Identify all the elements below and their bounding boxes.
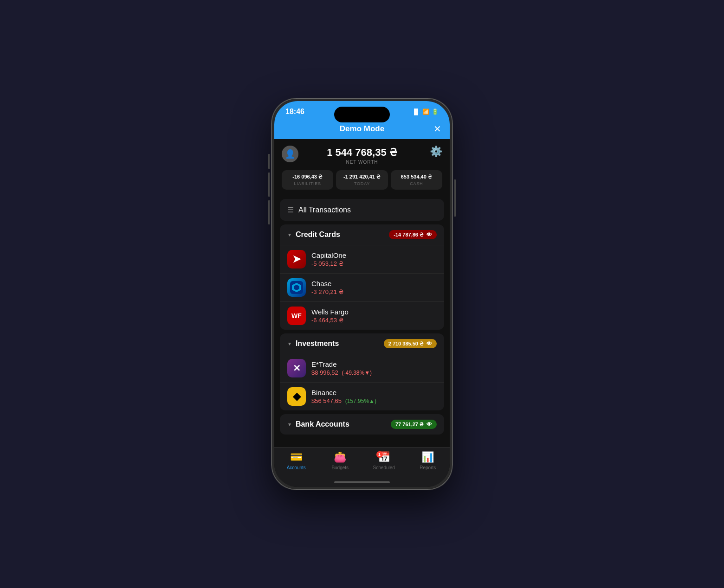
capitalOne-info: CapitalOne -5 053,12 ₴	[311, 251, 437, 267]
credit-cards-title-area: ▼ Credit Cards	[287, 230, 340, 239]
signal-icon: ▐▌	[412, 109, 420, 115]
cash-pill: 653 534,40 ₴ CASH	[391, 170, 442, 190]
list-icon: ☰	[287, 205, 294, 214]
avatar[interactable]: 👤	[282, 146, 298, 162]
etrade-logo: ✕	[287, 359, 306, 377]
credit-cards-badge-amount: -14 787,86 ₴	[394, 232, 424, 238]
investments-eye-icon: 👁	[427, 340, 432, 347]
binance-logo: ◆	[287, 387, 306, 406]
eye-icon: 👁	[427, 231, 432, 238]
bank-eye-icon: 👁	[427, 421, 432, 428]
bank-accounts-badge-amount: 77 761,27 ₴	[395, 422, 424, 428]
liabilities-pill: -16 096,43 ₴ LIABILITIES	[282, 170, 333, 190]
tab-budgets[interactable]: 👛 Budgets	[318, 451, 362, 470]
tab-accounts[interactable]: 💳 Accounts	[274, 451, 318, 470]
etrade-account[interactable]: ✕ E*Trade $8 996,52 (-49.38%▼)	[280, 354, 444, 382]
bank-accounts-title: Bank Accounts	[296, 420, 349, 428]
person-icon: 👤	[285, 149, 295, 159]
investments-group: ▼ Investments 2 710 385,50 ₴ 👁 ✕ E*Trade	[280, 333, 444, 410]
status-time: 18:46	[285, 108, 304, 116]
wifi-icon: 📶	[422, 109, 429, 115]
investments-badge-amount: 2 710 385,50 ₴	[388, 341, 424, 347]
accounts-tab-label: Accounts	[287, 465, 306, 470]
tab-reports[interactable]: 📊 Reports	[406, 451, 450, 470]
bank-collapse-icon: ▼	[287, 422, 292, 427]
reports-tab-label: Reports	[420, 465, 436, 470]
today-amount: -1 291 420,41 ₴	[339, 174, 385, 180]
credit-cards-header[interactable]: ▼ Credit Cards -14 787,86 ₴ 👁	[280, 224, 444, 245]
accounts-tab-icon: 💳	[290, 451, 303, 463]
demo-close-button[interactable]: ✕	[433, 123, 441, 134]
cash-amount: 653 534,40 ₴	[394, 174, 440, 180]
investments-header[interactable]: ▼ Investments 2 710 385,50 ₴ 👁	[280, 333, 444, 354]
investments-collapse-icon: ▼	[287, 341, 292, 346]
investments-badge: 2 710 385,50 ₴ 👁	[384, 339, 437, 348]
tab-bar: 💳 Accounts 👛 Budgets 📅 1 Scheduled 📊 Rep…	[274, 447, 450, 479]
today-label: TODAY	[339, 181, 385, 186]
etrade-info: E*Trade $8 996,52 (-49.38%▼)	[311, 360, 437, 376]
demo-banner-title: Demo Mode	[340, 124, 384, 134]
chase-logo-svg	[290, 281, 303, 294]
chase-balance: -3 270,21 ₴	[311, 288, 437, 295]
investments-title-area: ▼ Investments	[287, 339, 339, 348]
net-worth-label: NET WORTH	[346, 160, 378, 165]
investments-title: Investments	[296, 339, 339, 348]
etrade-balance-amount: $8 996,52	[311, 369, 338, 376]
summary-pills: -16 096,43 ₴ LIABILITIES -1 291 420,41 ₴…	[282, 170, 442, 190]
etrade-x-icon: ✕	[293, 363, 301, 374]
side-button-power	[454, 179, 456, 217]
binance-info: Binance $56 547,65 (157.95%▲)	[311, 389, 437, 404]
phone-screen: 18:46 ▐▌ 📶 🔋 Demo Mode ✕ 👤 ⚙️ 1 544 768,…	[274, 101, 450, 487]
binance-name: Binance	[311, 389, 437, 396]
binance-balance-amount: $56 547,65	[311, 397, 342, 404]
capitalOne-name: CapitalOne	[311, 251, 437, 259]
capital-arrow-icon: ➤	[292, 253, 301, 265]
bank-accounts-group: ▼ Bank Accounts 77 761,27 ₴ 👁	[280, 414, 444, 435]
etrade-balance: $8 996,52 (-49.38%▼)	[311, 369, 437, 376]
side-button-silent	[268, 154, 270, 169]
main-content[interactable]: 👤 ⚙️ 1 544 768,35 ₴ NET WORTH -16 096,43…	[274, 139, 450, 447]
credit-cards-badge: -14 787,86 ₴ 👁	[389, 230, 437, 239]
binance-change: (157.95%▲)	[345, 398, 376, 404]
chase-account[interactable]: Chase -3 270,21 ₴	[280, 273, 444, 301]
scheduled-tab-label: Scheduled	[373, 465, 395, 470]
reports-tab-icon: 📊	[421, 451, 434, 463]
chase-name: Chase	[311, 280, 437, 288]
bank-accounts-title-area: ▼ Bank Accounts	[287, 420, 349, 428]
demo-banner: Demo Mode ✕	[274, 120, 450, 139]
credit-cards-group: ▼ Credit Cards -14 787,86 ₴ 👁 ➤ CapitalO…	[280, 224, 444, 330]
home-bar	[334, 481, 390, 483]
wells-fargo-info: Wells Fargo -6 464,53 ₴	[311, 308, 437, 324]
wells-fargo-name: Wells Fargo	[311, 308, 437, 316]
phone-frame: 18:46 ▐▌ 📶 🔋 Demo Mode ✕ 👤 ⚙️ 1 544 768,…	[272, 98, 452, 490]
binance-diamond-icon: ◆	[293, 390, 301, 403]
net-worth-amount: 1 544 768,35 ₴	[327, 147, 397, 159]
etrade-name: E*Trade	[311, 360, 437, 368]
all-transactions-button[interactable]: ☰ All Transactions	[280, 199, 444, 221]
bank-accounts-header[interactable]: ▼ Bank Accounts 77 761,27 ₴ 👁	[280, 414, 444, 435]
battery-icon: 🔋	[432, 109, 439, 115]
capitalOne-account[interactable]: ➤ CapitalOne -5 053,12 ₴	[280, 245, 444, 273]
credit-cards-title: Credit Cards	[296, 230, 340, 239]
status-icons: ▐▌ 📶 🔋	[412, 109, 439, 115]
tab-scheduled[interactable]: 📅 1 Scheduled	[362, 451, 406, 470]
wells-fargo-logo: WF	[287, 307, 306, 325]
collapse-icon: ▼	[287, 232, 292, 237]
bank-accounts-badge: 77 761,27 ₴ 👁	[391, 420, 437, 429]
budgets-tab-label: Budgets	[331, 465, 349, 470]
binance-balance: $56 547,65 (157.95%▲)	[311, 397, 437, 404]
today-pill: -1 291 420,41 ₴ TODAY	[336, 170, 388, 190]
capitalOne-balance: -5 053,12 ₴	[311, 260, 437, 267]
binance-account[interactable]: ◆ Binance $56 547,65 (157.95%▲)	[280, 382, 444, 410]
all-transactions-label: All Transactions	[298, 206, 351, 214]
settings-button[interactable]: ⚙️	[430, 146, 442, 158]
wells-fargo-balance: -6 464,53 ₴	[311, 317, 437, 324]
liabilities-label: LIABILITIES	[284, 181, 330, 186]
home-indicator	[274, 479, 450, 487]
liabilities-amount: -16 096,43 ₴	[284, 174, 330, 180]
budgets-tab-icon: 👛	[334, 451, 346, 463]
scheduled-badge: 1	[376, 451, 383, 458]
dynamic-island	[334, 107, 390, 122]
chase-info: Chase -3 270,21 ₴	[311, 280, 437, 295]
wells-fargo-account[interactable]: WF Wells Fargo -6 464,53 ₴	[280, 301, 444, 330]
